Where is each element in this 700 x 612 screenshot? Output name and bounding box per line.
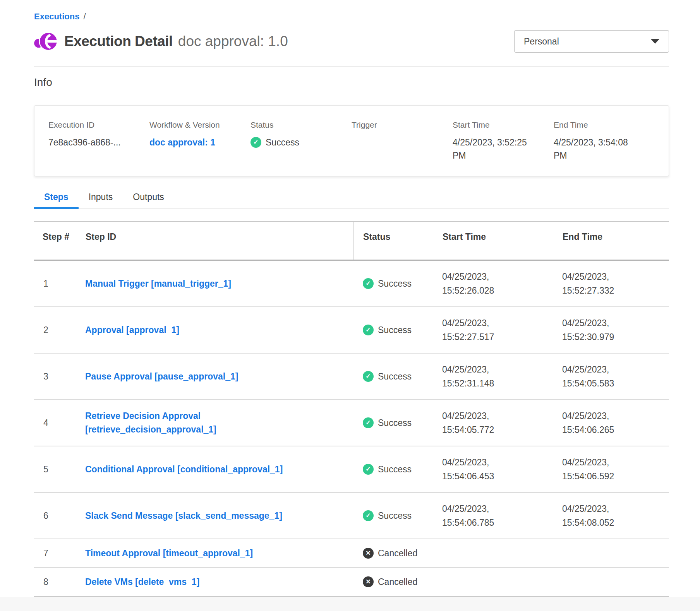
table-row: 5 Conditional Approval [conditional_appr… (34, 446, 669, 493)
step-link[interactable]: Retrieve Decision Approval [retrieve_dec… (85, 409, 304, 436)
info-divider (34, 98, 669, 98)
workspace-select[interactable]: Personal (514, 30, 669, 53)
status-label: Success (378, 509, 412, 523)
step-start-time-cell (433, 576, 553, 587)
step-link[interactable]: Slack Send Message [slack_send_message_1… (85, 509, 282, 523)
info-field: Execution ID 7e8ac396-a868-... (48, 120, 149, 163)
status-label: Success (378, 463, 412, 476)
breadcrumb-separator: / (83, 12, 86, 21)
step-number-cell: 7 (34, 541, 76, 566)
step-status-cell: ✕ Cancelled (353, 541, 433, 566)
step-id-cell: Slack Send Message [slack_send_message_1… (76, 504, 353, 528)
info-field-label: Trigger (352, 120, 453, 130)
step-start-time-cell: 04/25/2023,15:54:06.785 (433, 496, 553, 535)
tab-outputs[interactable]: Outputs (123, 188, 174, 209)
step-number-cell: 8 (34, 570, 76, 594)
step-end-time-cell (553, 576, 669, 587)
step-id-cell: Timeout Approval [timeout_approval_1] (76, 541, 353, 566)
table-row: 4 Retrieve Decision Approval [retrieve_d… (34, 400, 669, 446)
cancelled-x-icon: ✕ (363, 576, 374, 587)
status-label: Cancelled (378, 547, 417, 560)
table-row: 3 Pause Approval [pause_approval_1] ✓ Su… (34, 354, 669, 400)
step-end-time-cell: 04/25/2023,15:54:08.052 (553, 496, 669, 535)
breadcrumb-executions-link[interactable]: Executions (34, 12, 79, 21)
info-field-value: 4/25/2023, 3:54:08PM (554, 136, 655, 162)
step-number-cell: 6 (34, 504, 76, 528)
success-check-icon: ✓ (363, 510, 374, 521)
step-id-cell: Conditional Approval [conditional_approv… (76, 457, 353, 482)
workflow-brand-icon (34, 31, 58, 51)
step-start-time-cell: 04/25/2023,15:54:05.772 (433, 403, 553, 442)
tab-inputs[interactable]: Inputs (79, 188, 123, 209)
steps-table-header: Step # Step ID Status Start Time End Tim… (34, 222, 669, 261)
info-field-label: Status (250, 120, 352, 130)
success-check-icon: ✓ (363, 278, 374, 289)
step-status-cell: ✓ Success (353, 504, 433, 528)
step-id-cell: Pause Approval [pause_approval_1] (76, 364, 353, 389)
step-link[interactable]: Delete VMs [delete_vms_1] (85, 575, 199, 589)
info-field: Trigger (352, 120, 453, 163)
step-end-time-cell (553, 548, 669, 559)
tab-steps[interactable]: Steps (34, 188, 79, 209)
step-start-time-cell (433, 548, 553, 559)
status-label: Success (378, 370, 412, 383)
step-id-cell: Approval [approval_1] (76, 318, 353, 342)
column-header-step-number: Step # (34, 222, 76, 260)
step-link[interactable]: Manual Trigger [manual_trigger_1] (85, 277, 231, 291)
success-check-icon: ✓ (363, 325, 374, 335)
step-status-cell: ✓ Success (353, 364, 433, 389)
steps-table-body: 1 Manual Trigger [manual_trigger_1] ✓ Su… (34, 261, 669, 597)
success-check-icon: ✓ (363, 371, 374, 382)
step-status-cell: ✓ Success (353, 411, 433, 435)
step-start-time-cell: 04/25/2023,15:52:27.517 (433, 311, 553, 349)
info-section-title: Info (34, 76, 669, 89)
status-label: Success (378, 323, 412, 337)
title-row: Execution Detail doc approval: 1.0 Perso… (34, 29, 669, 53)
info-card: Execution ID 7e8ac396-a868-... Workflow … (34, 105, 669, 176)
step-number-cell: 1 (34, 272, 76, 296)
page-title: Execution Detail (64, 33, 173, 50)
step-status-cell: ✓ Success (353, 272, 433, 296)
table-row: 8 Delete VMs [delete_vms_1] ✕ Cancelled (34, 568, 669, 597)
breadcrumb: Executions/ (34, 12, 669, 22)
step-id-cell: Delete VMs [delete_vms_1] (76, 570, 353, 594)
info-field-value: 4/25/2023, 3:52:25PM (453, 136, 554, 162)
column-header-status: Status (353, 222, 433, 260)
tab-bar: Steps Inputs Outputs (34, 188, 669, 209)
info-field: Workflow & Version doc approval: 1 (149, 120, 250, 163)
step-link[interactable]: Pause Approval [pause_approval_1] (85, 370, 238, 383)
table-row: 2 Approval [approval_1] ✓ Success 04/25/… (34, 307, 669, 354)
step-number-cell: 4 (34, 411, 76, 435)
column-header-start-time: Start Time (433, 222, 553, 260)
execution-detail-page: Executions/ Execution Detail doc approva… (34, 0, 669, 597)
step-end-time-cell: 04/25/2023,15:54:06.592 (553, 450, 669, 489)
info-field-label: Start Time (453, 120, 554, 130)
status-label: Success (266, 136, 299, 149)
table-row: 6 Slack Send Message [slack_send_message… (34, 493, 669, 539)
success-check-icon: ✓ (363, 464, 374, 475)
steps-table: Step # Step ID Status Start Time End Tim… (34, 221, 669, 597)
column-header-end-time: End Time (553, 222, 669, 260)
step-end-time-cell: 04/25/2023,15:54:05.583 (553, 357, 669, 396)
info-field: Status ✓Success (250, 120, 352, 163)
step-end-time-cell: 04/25/2023,15:52:27.332 (553, 264, 669, 303)
step-link[interactable]: Approval [approval_1] (85, 323, 179, 337)
workflow-version-link[interactable]: doc approval: 1 (149, 137, 215, 147)
step-end-time-cell: 04/25/2023,15:54:06.265 (553, 403, 669, 442)
info-field-value: 7e8ac396-a868-... (48, 136, 149, 149)
info-field-value: ✓Success (250, 136, 352, 149)
step-start-time-cell: 04/25/2023,15:52:26.028 (433, 264, 553, 303)
info-field-value: doc approval: 1 (149, 136, 250, 149)
page-bottom-strip (0, 597, 700, 611)
step-status-cell: ✓ Success (353, 318, 433, 342)
step-link[interactable]: Conditional Approval [conditional_approv… (85, 463, 283, 476)
step-start-time-cell: 04/25/2023,15:54:06.453 (433, 450, 553, 489)
info-field-label: Workflow & Version (149, 120, 250, 130)
step-link[interactable]: Timeout Approval [timeout_approval_1] (85, 547, 253, 560)
table-row: 7 Timeout Approval [timeout_approval_1] … (34, 539, 669, 568)
info-field: End Time 4/25/2023, 3:54:08PM (554, 120, 655, 163)
cancelled-x-icon: ✕ (363, 548, 374, 559)
step-id-cell: Retrieve Decision Approval [retrieve_dec… (76, 404, 353, 442)
step-number-cell: 3 (34, 364, 76, 389)
step-number-cell: 5 (34, 457, 76, 482)
